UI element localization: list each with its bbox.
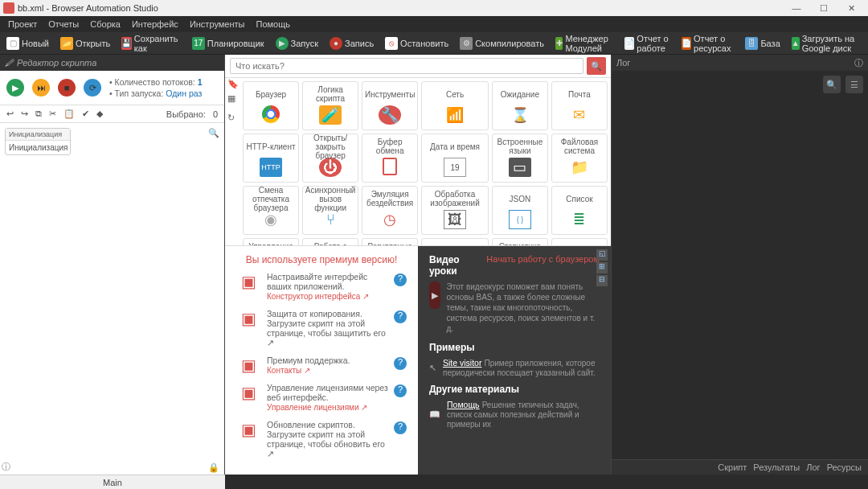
menu-Сборка[interactable]: Сборка [85,18,125,31]
module-card[interactable]: Ожидание⌛ [492,81,548,130]
menu-Инструменты[interactable]: Инструменты [185,18,250,31]
app-icon [3,2,14,14]
stop-button[interactable]: ■ [58,79,76,97]
book-icon: 📖 [429,409,440,420]
lock-icon[interactable]: 🔒 [208,462,219,473]
status-text: Main [103,478,122,487]
log-tab-Ресурсы[interactable]: Ресурсы [827,462,862,472]
toolbar-resreport[interactable]: 📄Отчет о ресурсах [678,32,737,55]
log-search-button[interactable]: 🔍 [823,76,841,93]
search-input[interactable] [230,58,583,74]
diamond-icon[interactable]: ◆ [96,109,103,119]
history-icon[interactable]: ↻ [227,113,239,123]
check-icon[interactable]: ✔ [82,109,89,119]
log-info-icon[interactable]: ⓘ [854,57,863,69]
module-card[interactable]: Почта✉ [551,81,608,130]
module-card[interactable]: Асинхронный вызов функции⑂ [302,186,358,235]
module-card[interactable]: Буфер обмена [362,134,418,183]
premium-item-link[interactable]: Управление лицензиями ↗ [267,403,367,412]
module-card[interactable]: Браузер [243,81,299,130]
module-card[interactable]: Статистика скрипта [492,238,548,245]
help-icon[interactable]: ? [394,357,407,370]
toolbar-run[interactable]: ▶Запуск [272,35,321,51]
log-menu-button[interactable]: ☰ [845,76,863,93]
help-icon[interactable]: ? [394,421,407,434]
cut-icon[interactable]: ✂ [49,109,56,119]
module-label: Открыть/закрыть браузер [305,137,356,156]
paste-icon[interactable]: 📋 [63,109,75,119]
module-card[interactable]: Открыть/закрыть браузер⏻ [302,134,358,183]
play-button[interactable]: ▶ [6,79,24,97]
module-card[interactable]: Список≣ [551,186,608,235]
module-card[interactable]: JSON{ } [492,186,548,235]
copy-icon[interactable]: ⧉ [35,109,42,119]
module-card[interactable]: Эмуляция бездействия◷ [362,186,418,235]
module-card[interactable]: Инструменты🔧 [362,81,418,130]
toolbar-compile[interactable]: ⚙Скомпилировать [457,35,547,51]
script-area[interactable]: 🔍 Инициализация Инициализация ⓘ 🔒 [0,123,224,475]
minimize-button[interactable]: — [783,0,810,16]
toolbar-db[interactable]: 🗄База [742,35,783,51]
maximize-button[interactable]: ☐ [810,0,837,16]
menu-Отчеты[interactable]: Отчеты [43,18,84,31]
youtube-icon[interactable]: ▶ [429,281,440,309]
bookmark-icon[interactable]: 🔖 [227,79,239,89]
reload-button[interactable]: ⟳ [84,79,101,97]
module-card[interactable]: Регулярные выражения🔍 [362,238,418,245]
toolbar: ▢Новый📂Открыть💾Сохранить как17Планировщи… [0,32,868,55]
grid-icon[interactable]: ▦ [227,93,239,104]
module-card[interactable]: Логика скрипта🧪 [302,81,358,130]
module-icon: ⑂ [319,210,342,229]
saveas-icon: 💾 [121,37,132,50]
close-button[interactable]: ✕ [837,0,865,16]
module-card[interactable]: Обработка изображений🖼 [421,186,489,235]
module-card[interactable]: Получить смсsms [551,238,608,245]
premium-item-link[interactable]: Конструктор интерфейса ↗ [267,292,369,301]
module-card[interactable]: Дата и время19 [421,134,489,183]
help-icon[interactable]: ? [394,273,407,286]
log-tab-Результаты[interactable]: Результаты [753,462,800,472]
init-block[interactable]: Инициализация Инициализация [5,128,71,155]
module-card[interactable]: РесурсыAB| [421,238,489,245]
menu-Помощь[interactable]: Помощь [251,18,295,31]
menu-Проект[interactable]: Проект [3,18,42,31]
toolbar-sched[interactable]: 17Планировщик [189,35,268,51]
module-card[interactable]: Смена отпечатка браузера◉ [243,186,299,235]
toolbar-report[interactable]: 📄Отчет о работе [621,32,674,55]
log-tab-Скрипт[interactable]: Скрипт [718,462,747,472]
undo-icon[interactable]: ↩ [6,109,14,119]
widget-icon[interactable]: ◱ [596,249,608,261]
site-visitor-link[interactable]: Site visitor [443,358,481,368]
widget-icon[interactable]: ⊟ [596,275,608,286]
search-icon[interactable]: 🔍 [208,128,219,138]
toolbar-record[interactable]: ●Запись [326,35,377,51]
search-button[interactable]: 🔍 [587,57,606,75]
step-button[interactable]: ⏭ [32,79,50,97]
help-link[interactable]: Помощь [447,400,480,409]
widget-icon[interactable]: ⊞ [596,262,608,273]
module-card[interactable]: HTTP-клиентHTTP [243,134,299,183]
toolbar-saveas[interactable]: 💾Сохранить как [118,32,184,55]
module-card[interactable]: Работа с профилями🗂 [302,238,358,245]
toolbar-gdrive[interactable]: ▲Загрузить на Google диск [788,32,865,55]
toolbar-label: Скомпилировать [475,39,544,48]
log-body[interactable] [612,98,868,459]
help-icon[interactable]: ? [394,310,407,323]
toolbar-stop[interactable]: ⦸Остановить [382,35,452,51]
module-card[interactable]: Файловая система📁 [551,134,608,183]
module-card[interactable]: Встроенные языки▭ [492,134,548,183]
premium-item-link[interactable]: Контакты ↗ [267,366,310,375]
module-card[interactable]: Управление ПроцессамиEXE [243,238,299,245]
toolbar-new[interactable]: ▢Новый [3,35,52,51]
redo-icon[interactable]: ↪ [21,109,28,119]
help-icon[interactable]: ? [394,384,407,397]
log-tab-Лог[interactable]: Лог [806,462,820,472]
start-browser-link[interactable]: Начать работу с браузером [486,254,600,264]
toolbar-open[interactable]: 📂Открыть [57,35,113,51]
info-panels: Вы используете премиум версию! ▣Настраив… [225,245,611,475]
info-icon[interactable]: ⓘ [2,461,10,473]
menu-Интерфейс[interactable]: Интерфейс [127,18,183,31]
toolbar-modules[interactable]: ✚Менеджер Модулей [552,32,616,55]
module-card[interactable]: Сеть📶 [421,81,489,130]
premium-item-icon: ▣ [236,383,260,412]
